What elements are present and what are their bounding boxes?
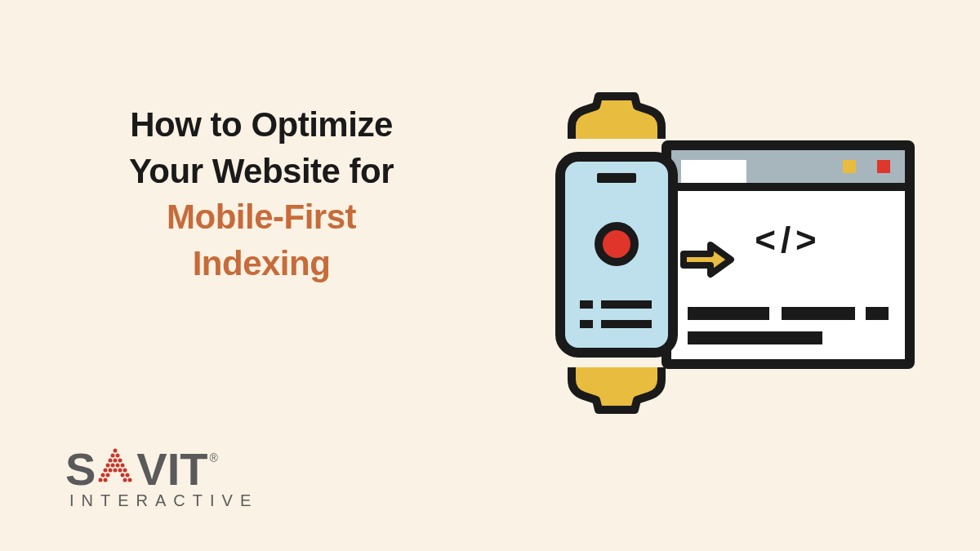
gear-top-icon: [559, 90, 674, 139]
logo-letter-t: T: [180, 442, 206, 495]
registered-trademark: ®: [210, 451, 218, 464]
logo-letter-a-icon: [97, 446, 133, 485]
phone-content-line: [601, 300, 652, 309]
svg-point-2: [116, 454, 120, 458]
svg-point-18: [126, 473, 130, 478]
heading-line-2: Your Website for: [82, 149, 441, 195]
browser-content-line: [688, 307, 769, 320]
svg-point-5: [118, 459, 122, 463]
svg-point-19: [99, 478, 103, 482]
phone-content-line: [580, 320, 593, 328]
svg-point-15: [101, 473, 105, 478]
svg-point-16: [106, 473, 110, 478]
logo-wordmark: S V I T ®: [65, 442, 278, 495]
svg-point-9: [121, 464, 125, 468]
browser-title-bar: [671, 150, 905, 191]
heading-line-3: Mobile-First: [82, 194, 441, 241]
logo-letter-s: S: [65, 442, 94, 495]
gear-bottom-icon: [559, 367, 674, 416]
svg-point-7: [111, 464, 115, 468]
svg-point-11: [109, 469, 113, 473]
browser-content-line: [688, 331, 822, 344]
mobile-phone-icon: [555, 152, 678, 358]
brand-logo: S V I T ® INTERACTIVE: [65, 442, 278, 510]
phone-content-line: [580, 300, 593, 309]
logo-letter-v: V: [136, 442, 165, 495]
svg-point-22: [128, 478, 132, 482]
svg-point-4: [114, 459, 118, 463]
svg-point-8: [116, 464, 120, 468]
heading-line-1: How to Optimize: [82, 102, 441, 149]
logo-letter-i: I: [167, 442, 179, 495]
browser-content-line: [866, 307, 889, 320]
svg-point-6: [106, 464, 110, 468]
svg-point-14: [123, 469, 127, 473]
heading-line-4: Indexing: [82, 241, 441, 287]
svg-point-13: [118, 469, 122, 473]
browser-content-line: [782, 307, 855, 320]
hero-illustration: </>: [490, 82, 915, 424]
phone-speaker: [597, 173, 636, 183]
svg-point-12: [114, 469, 118, 473]
phone-record-button: [595, 222, 639, 266]
svg-point-21: [123, 478, 127, 482]
svg-point-20: [104, 478, 108, 482]
arrow-right-icon: [679, 241, 737, 278]
svg-point-10: [104, 469, 108, 473]
browser-minimize-icon: [843, 160, 856, 173]
svg-point-3: [109, 459, 113, 463]
svg-point-17: [121, 473, 125, 478]
browser-close-icon: [877, 160, 890, 173]
browser-tab: [681, 160, 746, 183]
svg-point-1: [111, 454, 115, 458]
logo-subtitle: INTERACTIVE: [69, 491, 278, 510]
main-heading: How to Optimize Your Website for Mobile-…: [82, 102, 441, 287]
phone-content-line: [601, 320, 652, 328]
svg-point-0: [114, 449, 118, 453]
